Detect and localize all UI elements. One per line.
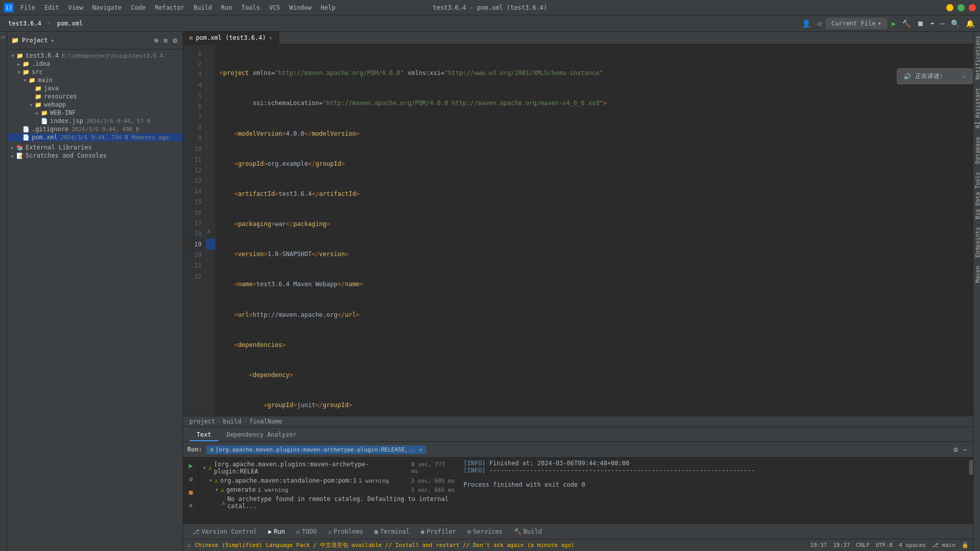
right-bigdata-tab[interactable]: Big Data Tools	[973, 168, 980, 223]
menu-file[interactable]: File	[16, 3, 39, 12]
structure-panel-icon[interactable]: S	[0, 34, 7, 41]
navigate-back-icon[interactable]: ◁	[815, 18, 822, 29]
status-encoding[interactable]: CRLF	[856, 542, 870, 548]
tab-run[interactable]: ▶ Run	[263, 527, 290, 537]
tree-webapp[interactable]: ▼ 📁 webapp	[7, 101, 183, 109]
tree-pomxml[interactable]: 📄 pom.xml 2024/3/6 9:44, 734 B Moments a…	[7, 133, 183, 141]
current-file-button[interactable]: Current File ▾	[826, 18, 887, 29]
menu-help[interactable]: Help	[316, 3, 339, 12]
tab-run-label: Run	[274, 528, 285, 535]
breadcrumb-project[interactable]: project	[189, 418, 215, 425]
menu-view[interactable]: View	[64, 3, 87, 12]
run-config-button[interactable]: ▶	[890, 18, 897, 29]
right-database-tab[interactable]: Database	[973, 133, 980, 168]
editor-tab-pomxml[interactable]: m pom.xml (test3.6.4) ×	[183, 32, 279, 44]
run-settings-icon[interactable]: ⚙	[952, 444, 959, 455]
line-num-14: 14	[183, 186, 206, 197]
menu-tools[interactable]: Tools	[237, 3, 264, 12]
tree-main[interactable]: ▼ 📁 main	[7, 76, 183, 84]
tree-src[interactable]: ▼ 📁 src	[7, 68, 183, 76]
status-lang-warn[interactable]: Chinese (Simplified) Language Pack / 中文语…	[195, 541, 575, 549]
tab-text[interactable]: Text	[189, 429, 218, 441]
breadcrumb-build[interactable]: build	[223, 418, 241, 425]
minimize-button[interactable]: −	[946, 4, 953, 11]
run-scrollbar-thumb[interactable]	[969, 460, 973, 475]
tab-close-button[interactable]: ×	[269, 35, 273, 41]
more-options-icon[interactable]: ⋯	[939, 18, 946, 29]
right-ai-tab[interactable]: AI Assistant	[973, 84, 980, 132]
project-collapse-icon[interactable]: ≡	[162, 35, 169, 46]
breadcrumb-bar: project › build › finalName	[183, 416, 973, 427]
run-tree-item-2[interactable]: ▼ ⚠ generate 1 warning 3 sec, 665 ms	[199, 485, 459, 494]
tree-external-libs[interactable]: ▶ 📚 External Libraries	[7, 143, 183, 152]
tab-build[interactable]: 🔨 Build	[509, 527, 547, 537]
line-num-1: 1	[183, 48, 206, 59]
run-active-tab[interactable]: m [org.apache.maven.plugins:maven-archet…	[206, 445, 426, 454]
tab-terminal[interactable]: ▣ Terminal	[369, 527, 414, 537]
status-indent[interactable]: 4 spaces	[899, 542, 926, 548]
project-settings-icon[interactable]: ⚙	[172, 35, 179, 46]
tree-idea[interactable]: ▶ 📁 .idea	[7, 60, 183, 68]
breadcrumb-finalname[interactable]: finalName	[249, 418, 282, 425]
tree-resources[interactable]: 📁 resources	[7, 92, 183, 101]
run-tree-item-3[interactable]: ⚠ No archetype found in remote catalog. …	[199, 494, 459, 511]
tree-root[interactable]: ▼ 📁 test3.6.4 E:\ideaproject\huigu\test3…	[7, 52, 183, 60]
menu-code[interactable]: Code	[127, 3, 150, 12]
tab-problems[interactable]: ⚠ Problems	[323, 527, 368, 537]
gutter-warning-18[interactable]: ⚠	[207, 228, 210, 234]
notifications-icon[interactable]: 🔔	[964, 18, 976, 29]
project-locate-icon[interactable]: ⊕	[153, 35, 160, 46]
right-endpoints-tab[interactable]: Endpoints	[973, 223, 980, 262]
run-warn-icon-1: ⚠	[208, 464, 212, 471]
run-tree-item-1[interactable]: ▼ ⚠ org.apache.maven:standalone-pom:pom:…	[199, 476, 459, 485]
tab-todo[interactable]: ☑ TODO	[291, 527, 322, 537]
tab-dependency-analyzer[interactable]: Dependency Analyzer	[219, 429, 304, 441]
tab-version-control[interactable]: ⎇ Version Control	[187, 527, 262, 537]
problems-icon: ⚠	[328, 528, 331, 535]
status-line-col[interactable]: 19:37	[833, 542, 850, 548]
tab-terminal-label: Terminal	[380, 528, 410, 535]
run-tree-item-2-label: generate	[226, 486, 256, 493]
coverage-button[interactable]: ☂	[928, 18, 936, 29]
stop-button[interactable]: ⏹	[915, 18, 925, 29]
menu-navigate[interactable]: Navigate	[88, 3, 126, 12]
right-notifications-tab[interactable]: Notifications	[973, 32, 980, 84]
menu-edit[interactable]: Edit	[40, 3, 63, 12]
project-tab[interactable]: test3.6.4	[4, 19, 45, 28]
tree-resources-label: resources	[44, 93, 77, 100]
menu-run[interactable]: Run	[217, 3, 236, 12]
search-everywhere-icon[interactable]: 🔍	[949, 18, 961, 29]
run-rerun-button[interactable]: ↺	[185, 473, 197, 484]
tree-indexjsp[interactable]: 📄 index.jsp 2024/3/6 9:44, 57 B	[7, 117, 183, 125]
maximize-button[interactable]: □	[958, 4, 965, 11]
tab-profiler[interactable]: ◉ Profiler	[416, 527, 461, 537]
run-close-button[interactable]: ×	[185, 499, 197, 511]
run-tab-close[interactable]: ×	[419, 446, 423, 453]
pom-tab[interactable]: pom.xml	[53, 19, 87, 28]
menu-vcs[interactable]: VCS	[265, 3, 284, 12]
right-maven-tab[interactable]: Maven	[973, 262, 980, 287]
close-button[interactable]: ×	[969, 4, 976, 11]
tree-webinf[interactable]: ▶ 📁 WEB-INF	[7, 109, 183, 117]
tree-java[interactable]: 📁 java	[7, 84, 183, 92]
run-minimize-icon[interactable]: −	[962, 444, 969, 455]
run-tab-icon: m	[210, 447, 213, 453]
status-warning-icon[interactable]: ⚠	[187, 542, 191, 548]
menu-refactor[interactable]: Refactor	[151, 3, 188, 12]
project-dropdown-icon[interactable]: ▾	[51, 37, 55, 44]
tab-services[interactable]: ⚙ Services	[462, 527, 508, 537]
tree-scratches[interactable]: ▶ 📝 Scratches and Consoles	[7, 152, 183, 160]
profile-icon[interactable]: 👤	[800, 18, 812, 29]
tree-gitignore[interactable]: 📄 .gitignore 2024/3/6 9:44, 490 B	[7, 125, 183, 133]
menu-build[interactable]: Build	[189, 3, 216, 12]
menu-window[interactable]: Window	[285, 3, 315, 12]
run-tree-root[interactable]: ▼ ⚠ [org.apache.maven.plugins:maven-arch…	[199, 460, 459, 476]
run-stop-button[interactable]: ■	[185, 486, 197, 497]
status-git-icon[interactable]: ⎇ main	[932, 542, 955, 548]
status-time[interactable]: 19:37	[810, 542, 827, 548]
run-button[interactable]: 🔨	[900, 18, 912, 29]
run-play-button[interactable]: ▶	[185, 460, 197, 471]
speaking-close-icon[interactable]: ×	[963, 73, 966, 80]
status-charset[interactable]: UTF-8	[876, 542, 893, 548]
code-content[interactable]: <project xmlns="http://maven.apache.org/…	[215, 44, 973, 416]
